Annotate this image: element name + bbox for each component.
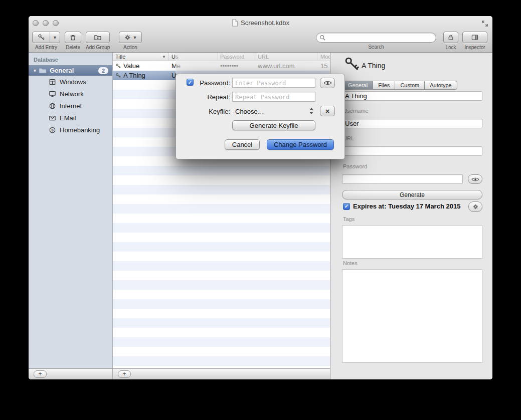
tab-files[interactable]: Files (373, 81, 395, 89)
add-group-plus-button[interactable]: + (34, 370, 47, 378)
column-header-title[interactable]: Title ▼ (113, 53, 169, 61)
notes-field[interactable] (342, 269, 482, 363)
count-badge: 2 (98, 67, 108, 74)
change-password-dialog: ✓ Password: Repeat: Keyfile: Choose… × G… (176, 74, 345, 159)
entry-row-value[interactable]: Value Me •••••••• www.url.com 15 (113, 61, 330, 71)
tags-field[interactable] (342, 225, 482, 259)
tab-custom[interactable]: Custom (395, 81, 425, 89)
expires-checkbox[interactable]: ✓ (343, 203, 350, 210)
search-label: Search (368, 44, 384, 50)
password-field[interactable] (342, 174, 463, 184)
entry-modified: 15 (320, 62, 327, 70)
keyfile-label: Keyfile: (185, 108, 230, 115)
envelope-icon (49, 114, 56, 122)
entry-password: •••••••• (220, 62, 238, 70)
add-entry-label: Add Entry (35, 45, 57, 50)
window-chrome: Screenshot.kdbx ▼ Add Entry (29, 16, 492, 53)
sidebar-header: Database (29, 53, 112, 65)
column-header-url-label: URL (258, 54, 269, 60)
add-group-toolbar-item: Add Group (86, 32, 110, 50)
entry-url: www.url.com (258, 62, 295, 70)
add-group-label: Add Group (86, 45, 110, 50)
gear-icon (124, 34, 131, 41)
password-input[interactable] (232, 78, 315, 88)
key-icon (115, 63, 121, 69)
keyfile-stepper[interactable] (308, 106, 315, 116)
add-entry-plus-button[interactable]: + (118, 370, 131, 378)
cancel-button[interactable]: Cancel (225, 139, 260, 150)
entry-key-icon (343, 56, 361, 73)
stepper-up-icon (309, 108, 313, 110)
inspector-button[interactable] (462, 32, 487, 43)
repeat-input[interactable] (232, 92, 315, 102)
show-password-button[interactable] (320, 78, 335, 88)
generate-keyfile-button[interactable]: Generate Keyfile (232, 120, 315, 130)
url-field[interactable] (342, 146, 482, 156)
sidebar-item-label: EMail (60, 114, 76, 122)
gear-icon (472, 203, 479, 210)
bottom-bar: + + (29, 368, 330, 379)
sidebar-footer: + (29, 369, 113, 379)
action-button[interactable]: ▼ (119, 32, 142, 43)
banking-icon: $ (49, 126, 56, 134)
entry-table-header: Title ▼ Us Password URL Mod (113, 53, 330, 61)
show-password-button[interactable] (468, 174, 482, 184)
search-icon (319, 35, 325, 41)
column-header-username-label: Us (171, 54, 178, 60)
expires-label: Expires at: Tuesday 17 March 2015 (353, 202, 460, 210)
action-label: Action (123, 45, 137, 50)
eye-icon (323, 80, 332, 86)
monitor-icon (49, 90, 56, 98)
generate-password-button[interactable]: Generate (342, 190, 482, 199)
entry-list-footer: + (113, 369, 330, 379)
sidebar-item-label: Network (60, 90, 84, 98)
app-window: Screenshot.kdbx ▼ Add Entry (29, 16, 492, 379)
folder-plus-icon (94, 34, 102, 42)
notes-label: Notes (343, 260, 358, 266)
fullscreen-icon[interactable] (481, 20, 488, 27)
lock-button[interactable] (443, 32, 458, 43)
tab-autotype[interactable]: Autotype (425, 81, 456, 89)
add-group-button[interactable] (86, 32, 110, 43)
add-entry-button[interactable] (33, 32, 50, 43)
inspector-panel-icon (471, 34, 479, 41)
sidebar-item-label: Internet (60, 102, 82, 110)
tab-general[interactable]: General (343, 81, 373, 89)
disclosure-triangle-icon[interactable]: ▼ (33, 68, 39, 73)
search-toolbar-item: Search (316, 32, 436, 50)
title-field[interactable] (342, 91, 482, 101)
inspector-label: Inspector (464, 45, 485, 50)
tags-label: Tags (343, 216, 355, 222)
sort-indicator-icon: ▼ (160, 55, 166, 59)
column-header-password[interactable]: Password (218, 53, 255, 61)
sidebar-item-windows[interactable]: Windows (29, 76, 112, 88)
delete-button[interactable] (65, 32, 81, 43)
keyfile-popup[interactable]: Choose… (235, 108, 264, 115)
svg-text:$: $ (51, 128, 54, 132)
column-header-url[interactable]: URL (255, 53, 318, 61)
username-field[interactable] (342, 119, 482, 128)
column-header-username[interactable]: Us (169, 53, 218, 61)
column-header-modified[interactable]: Mod (318, 53, 330, 61)
sidebar-item-internet[interactable]: Internet (29, 100, 112, 112)
inspector-panel: A Thing General Files Custom Autotype Us… (330, 53, 492, 379)
sidebar: Database ▼ General 2 Windows (29, 53, 113, 368)
entry-title: Value (123, 62, 139, 70)
sidebar-item-label: Windows (60, 78, 86, 86)
add-entry-dropdown[interactable]: ▼ (50, 32, 60, 43)
window-title-text: Screenshot.kdbx (241, 19, 289, 27)
sidebar-item-homebanking[interactable]: $ Homebanking (29, 124, 112, 136)
clear-keyfile-button[interactable]: × (320, 106, 335, 116)
search-input[interactable] (327, 34, 428, 41)
sidebar-item-email[interactable]: EMail (29, 112, 112, 124)
column-header-modified-label: Mod (320, 54, 330, 60)
username-label: Username (343, 108, 369, 114)
entry-title: A Thing (123, 72, 145, 79)
sidebar-item-network[interactable]: Network (29, 88, 112, 100)
expires-settings-button[interactable] (468, 201, 482, 212)
password-label: Password (343, 163, 367, 169)
inspector-tabs: General Files Custom Autotype (342, 81, 457, 90)
change-password-button[interactable]: Change Password (267, 139, 334, 150)
sidebar-group-general[interactable]: ▼ General 2 (29, 65, 112, 76)
search-field (316, 33, 436, 43)
